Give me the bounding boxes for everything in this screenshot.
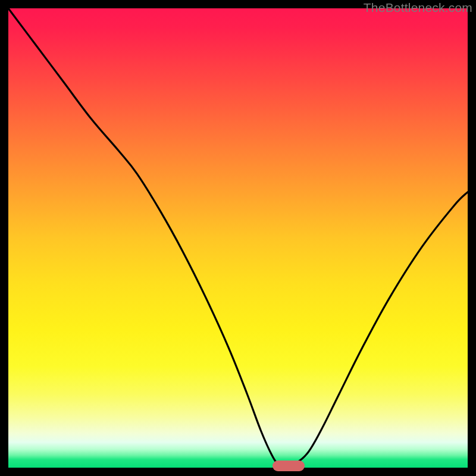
optimal-range-marker xyxy=(273,461,305,471)
chart-frame xyxy=(8,8,468,468)
bottleneck-curve xyxy=(8,8,468,468)
watermark-text: TheBottleneck.com xyxy=(364,1,472,15)
